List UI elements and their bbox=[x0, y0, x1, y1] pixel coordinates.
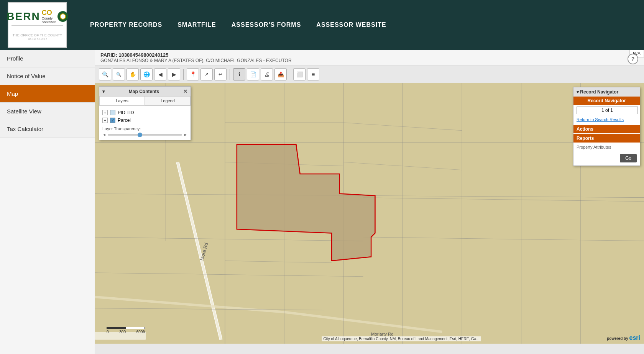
svg-text:Moriarty Rd: Moriarty Rd bbox=[371, 332, 394, 336]
record-nav-input[interactable] bbox=[577, 107, 638, 114]
reports-section[interactable]: Reports bbox=[573, 134, 640, 143]
tool-bookmark[interactable]: 📍 bbox=[187, 68, 199, 80]
slider-track[interactable] bbox=[108, 134, 182, 136]
layer-label-pid-tid: PID TID bbox=[118, 110, 134, 115]
toolbar-separator-3 bbox=[290, 69, 290, 80]
logo: BERN CO County Assessor Damian R. Lara T… bbox=[8, 2, 67, 48]
sidebar-item-satellite-view[interactable]: Satellite View bbox=[0, 103, 95, 120]
tool-globe[interactable]: 🌐 bbox=[140, 68, 153, 80]
record-nav-input-row bbox=[573, 105, 640, 116]
tool-pan[interactable]: ✋ bbox=[127, 68, 139, 80]
nav-property-records[interactable]: PROPERTY RECORDS bbox=[90, 21, 162, 28]
esri-logo: powered by esri bbox=[607, 334, 640, 341]
transparency-slider-container: ◄ ► bbox=[102, 133, 187, 137]
map-contents-panel: ▾ Map Contents ✕ Layers Legend + PID TID bbox=[99, 86, 191, 140]
panel-tabs: Layers Legend bbox=[99, 96, 191, 106]
map-contents-header: ▾ Map Contents ✕ bbox=[99, 87, 191, 96]
toolbar-separator-1 bbox=[183, 69, 184, 80]
nav-assessors-forms[interactable]: ASSESSOR'S FORMS bbox=[232, 21, 301, 28]
record-navigator-title-bar: Record Navigator bbox=[573, 97, 640, 105]
toolbar: 🔍 🔍 ✋ 🌐 ◀ ▶ 📍 ↗ ↩ ℹ 📄 🖨 📤 ⬜ ≡ bbox=[95, 66, 644, 83]
layer-expand-pid-tid[interactable]: + bbox=[102, 110, 108, 115]
slider-left-arrow[interactable]: ◄ bbox=[102, 133, 106, 137]
tool-zoom-out[interactable]: 🔍 bbox=[113, 68, 125, 80]
layer-checkbox-pid-tid[interactable] bbox=[110, 110, 115, 115]
tool-select[interactable]: ↗ bbox=[200, 68, 213, 80]
record-navigator-header: ▾ Record Navigator bbox=[573, 87, 640, 97]
go-btn-row: Go bbox=[573, 152, 640, 166]
layer-parcel: + Parcel bbox=[102, 116, 187, 124]
scale-bar-line bbox=[107, 327, 145, 329]
main-content: Profile Notice of Value Map Satellite Vi… bbox=[0, 50, 644, 354]
logo-name: Damian R. Lara bbox=[23, 29, 52, 33]
tool-deselect[interactable]: ↩ bbox=[214, 68, 227, 80]
logo-circle bbox=[58, 11, 68, 22]
logo-co: CO bbox=[42, 9, 52, 17]
sidebar-item-map[interactable]: Map bbox=[0, 85, 95, 103]
logo-bern: BERN bbox=[7, 11, 40, 22]
scale-600ft: 600ft bbox=[136, 330, 145, 334]
tool-zoom-in[interactable]: 🔍 bbox=[99, 68, 111, 80]
map-contents-triangle: ▾ bbox=[102, 89, 105, 94]
tool-print2[interactable]: 🖨 bbox=[261, 68, 273, 80]
help-button[interactable]: ? bbox=[628, 54, 638, 64]
logo-title: THE OFFICE OF THE COUNTY ASSESSOR bbox=[8, 33, 66, 41]
actions-section[interactable]: Actions bbox=[573, 125, 640, 133]
tool-layers[interactable]: ≡ bbox=[307, 68, 319, 80]
layer-label-parcel: Parcel bbox=[118, 118, 131, 123]
layer-pid-tid: + PID TID bbox=[102, 109, 187, 116]
logo-assessor: Assessor bbox=[42, 20, 56, 24]
app-header: BERN CO County Assessor Damian R. Lara T… bbox=[0, 0, 644, 50]
scale-labels: 0 300 600ft bbox=[107, 330, 145, 334]
toolbar-separator-2 bbox=[230, 69, 230, 80]
sidebar: Profile Notice of Value Map Satellite Vi… bbox=[0, 50, 95, 354]
tool-next-extent[interactable]: ▶ bbox=[168, 68, 180, 80]
slider-handle[interactable] bbox=[138, 133, 142, 137]
tool-identify[interactable]: ℹ bbox=[233, 68, 245, 80]
nav-assessor-website[interactable]: ASSESSOR WEBSITE bbox=[316, 21, 386, 28]
esri-text: esri bbox=[629, 334, 640, 341]
map-contents-title: Map Contents bbox=[129, 89, 159, 94]
map-container[interactable]: Mora Rd Moriarty Rd + − N bbox=[95, 83, 644, 344]
tool-print1[interactable]: 📄 bbox=[247, 68, 259, 80]
record-navigator-panel: ▾ Record Navigator Record Navigator Retu… bbox=[573, 87, 640, 166]
map-area: PARID: 103804549800240125 GONZALES ALFON… bbox=[95, 50, 644, 354]
tab-legend[interactable]: Legend bbox=[145, 96, 191, 105]
layer-expand-parcel[interactable]: + bbox=[102, 118, 108, 123]
tool-export[interactable]: 📤 bbox=[274, 68, 287, 80]
scale-300: 300 bbox=[119, 330, 126, 334]
transparency-label: Layer Transparency: bbox=[102, 126, 141, 131]
sidebar-item-profile[interactable]: Profile bbox=[0, 50, 95, 67]
transparency-row: Layer Transparency: bbox=[102, 124, 187, 133]
scale-0: 0 bbox=[107, 330, 109, 334]
sidebar-item-notice-of-value[interactable]: Notice of Value bbox=[0, 67, 95, 85]
map-contents-close[interactable]: ✕ bbox=[183, 88, 187, 94]
nav-smartfile[interactable]: SMARTFILE bbox=[177, 21, 216, 28]
main-nav: PROPERTY RECORDS SMARTFILE ASSESSOR'S FO… bbox=[90, 21, 386, 28]
slider-right-arrow[interactable]: ► bbox=[184, 133, 187, 137]
property-parid: PARID: 103804549800240125 bbox=[100, 52, 639, 58]
scale-bar: 0 300 600ft bbox=[107, 327, 145, 334]
property-bar: PARID: 103804549800240125 GONZALES ALFON… bbox=[95, 50, 644, 66]
tool-measure[interactable]: ⬜ bbox=[293, 68, 306, 80]
tab-layers[interactable]: Layers bbox=[99, 96, 145, 105]
tool-prev-extent[interactable]: ◀ bbox=[154, 68, 166, 80]
sidebar-item-tax-calculator[interactable]: Tax Calculator bbox=[0, 120, 95, 138]
layer-checkbox-parcel[interactable] bbox=[110, 118, 115, 123]
property-owner: GONZALES ALFONSO & MARY A (ESTATES OF), … bbox=[100, 58, 639, 63]
map-attribution: City of Albuquerque, Bernalillo County, … bbox=[322, 336, 481, 341]
property-attributes-link[interactable]: Property Attributes bbox=[573, 143, 640, 152]
logo-circle-inner bbox=[60, 13, 66, 20]
panel-body: + PID TID + Parcel Layer Transparency: bbox=[99, 106, 191, 140]
return-to-search-link[interactable]: Return to Search Results bbox=[573, 116, 640, 124]
go-button[interactable]: Go bbox=[620, 154, 637, 162]
